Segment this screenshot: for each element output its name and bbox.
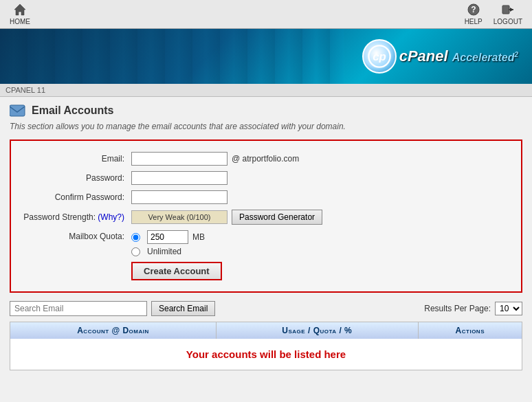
col-actions: Actions [418, 322, 522, 339]
results-select[interactable]: 10 25 50 [495, 302, 522, 315]
create-account-form: Email: @ atrportfolio.com Password: Conf… [10, 139, 522, 293]
quota-mb-radio[interactable] [131, 233, 140, 242]
page-description: This section allows you to manage the em… [10, 122, 522, 131]
password-input[interactable] [131, 171, 228, 185]
logout-nav-item[interactable]: LOGOUT [489, 1, 527, 27]
email-accounts-icon [10, 104, 26, 118]
logo-text: cPanel Accelerated2 [399, 47, 518, 65]
svg-rect-8 [10, 105, 25, 116]
strength-why-link[interactable]: (Why?) [98, 212, 124, 222]
quota-mb-input[interactable] [147, 230, 188, 244]
strength-indicator: Very Weak (0/100) [131, 210, 228, 224]
quota-unlimited-label: Unlimited [147, 247, 181, 256]
help-nav-item[interactable]: ? HELP [461, 1, 487, 27]
search-left: Search Email [10, 301, 215, 316]
password-row: Password: [18, 171, 507, 185]
accounts-table: Account @ Domain Usage / Quota / % Actio… [10, 322, 522, 370]
strength-label-text: Password Strength: [23, 212, 96, 222]
empty-accounts-row: Your accounts will be listed here [10, 339, 522, 370]
quota-inputs: MB Unlimited [131, 230, 205, 256]
quota-mb-row: MB [131, 230, 205, 244]
help-icon: ? [467, 3, 480, 16]
top-navigation: HOME ? HELP LOGOUT [0, 0, 532, 29]
confirm-password-row: Confirm Password: [18, 190, 507, 204]
cpanel-logo: cp cPanel Accelerated2 [362, 39, 518, 74]
mailbox-quota-row: Mailbox Quota: MB Unlimited [18, 230, 507, 256]
col-account: Account @ Domain [10, 322, 217, 339]
strength-label: Password Strength: (Why?) [18, 212, 131, 222]
logout-label: LOGOUT [494, 18, 522, 25]
confirm-label: Confirm Password: [18, 192, 131, 202]
svg-rect-3 [502, 5, 509, 14]
svg-text:cp: cp [373, 50, 386, 63]
domain-text: @ atrportfolio.com [232, 154, 299, 164]
home-label: HOME [10, 18, 30, 25]
home-icon [13, 3, 27, 16]
create-account-button[interactable]: Create Account [131, 262, 222, 280]
banner-background [0, 29, 344, 84]
email-input[interactable] [131, 152, 228, 166]
quota-unlimited-radio[interactable] [131, 247, 140, 256]
create-account-row: Create Account [18, 262, 507, 280]
quota-unit: MB [192, 232, 205, 242]
banner: cp cPanel Accelerated2 [0, 29, 532, 84]
logout-icon [501, 3, 515, 16]
table-header-row: Account @ Domain Usage / Quota / % Actio… [10, 322, 522, 339]
search-email-input[interactable] [10, 301, 147, 316]
confirm-password-input[interactable] [131, 190, 228, 204]
password-generator-button[interactable]: Password Generator [232, 210, 322, 225]
svg-marker-0 [14, 4, 25, 15]
password-label: Password: [18, 173, 131, 183]
breadcrumb: CPANEL 11 [0, 84, 532, 97]
help-label: HELP [465, 18, 483, 25]
main-content: Email Accounts This section allows you t… [0, 97, 532, 402]
results-per-page: Results Per Page: 10 25 50 [424, 302, 522, 315]
home-nav-item[interactable]: HOME [5, 1, 34, 27]
logo-circle: cp [362, 39, 397, 74]
col-usage: Usage / Quota / % [216, 322, 418, 339]
email-label: Email: [18, 154, 131, 164]
password-strength-row: Password Strength: (Why?) Very Weak (0/1… [18, 210, 507, 225]
search-email-button[interactable]: Search Email [151, 301, 215, 316]
breadcrumb-text: CPANEL 11 [5, 86, 45, 94]
svg-text:?: ? [471, 5, 476, 14]
search-bar: Search Email Results Per Page: 10 25 50 [10, 301, 522, 316]
results-label: Results Per Page: [424, 304, 491, 313]
quota-label: Mailbox Quota: [18, 230, 131, 241]
email-row: Email: @ atrportfolio.com [18, 152, 507, 166]
page-title: Email Accounts [32, 104, 113, 117]
quota-unlimited-row: Unlimited [131, 247, 205, 256]
page-header: Email Accounts [10, 104, 522, 118]
empty-accounts-message: Your accounts will be listed here [10, 339, 522, 370]
